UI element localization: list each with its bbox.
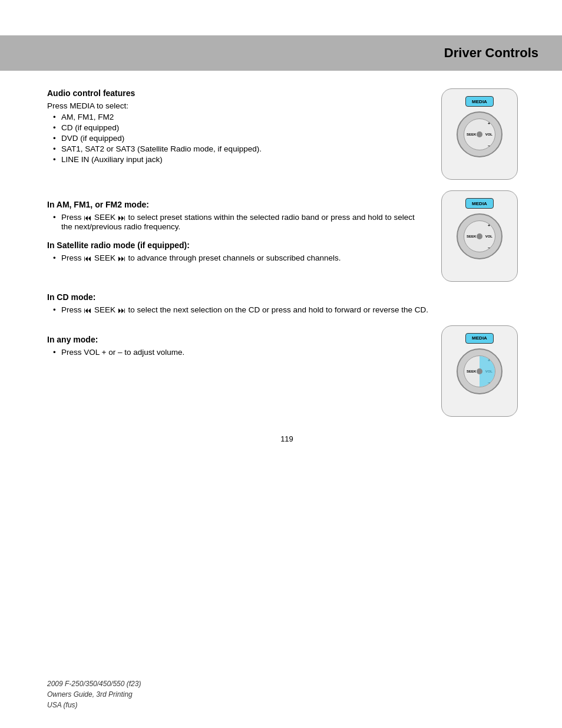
seek-prev-icon-3: ⏮ (84, 306, 92, 315)
press-text-2: Press (61, 253, 84, 262)
am-fm-bullets: Press ⏮ SEEK ⏭ to select preset stations… (53, 213, 421, 231)
seek-vol-ring-1: SEEK VOL + – (457, 111, 503, 157)
seek-prev-icon-2: ⏮ (84, 254, 92, 263)
any-mode-section: In any mode: Press VOL + or – to adjust … (47, 325, 527, 417)
any-mode-heading: In any mode: (47, 335, 421, 344)
seek-text-2: SEEK (94, 253, 118, 262)
list-item: AM, FM1, FM2 (53, 113, 421, 121)
seek-vol-ring-2: SEEK VOL + – (457, 213, 503, 259)
main-content: Audio control features Press MEDIA to se… (0, 71, 562, 473)
seek-next-icon-1: ⏭ (118, 213, 126, 222)
satellite-heading: In Satellite radio mode (if equipped): (47, 241, 421, 250)
audio-control-intro: Press MEDIA to select: (47, 101, 421, 110)
center-dot-2 (477, 233, 482, 239)
header-bar: Driver Controls (0, 35, 562, 71)
minus-label-1: – (488, 143, 490, 147)
seek-next-icon-3: ⏭ (118, 306, 126, 315)
seek-vol-inner-2: SEEK VOL + – (464, 220, 495, 252)
satellite-bullets: Press ⏮ SEEK ⏭ to advance through preset… (53, 253, 421, 263)
seek-label-2: SEEK (467, 235, 476, 238)
seek-text-3: SEEK (94, 305, 118, 314)
page-number: 119 (47, 434, 527, 443)
center-dot-1 (477, 131, 482, 137)
media-label-3: MEDIA (472, 335, 487, 341)
panel-outer-1: MEDIA SEEK VOL + – (441, 88, 518, 180)
list-item: Press ⏮ SEEK ⏭ to advance through preset… (53, 253, 421, 263)
diagram-1: MEDIA SEEK VOL + – (432, 88, 527, 180)
control-panel-2: MEDIA SEEK VOL + – (441, 190, 518, 282)
list-item: CD (if equipped) (53, 123, 421, 132)
media-button-3: MEDIA (465, 333, 494, 344)
seek-vol-inner-1: SEEK VOL + – (464, 118, 495, 150)
list-item: Press ⏮ SEEK ⏭ to select preset stations… (53, 213, 421, 231)
footer-line2: Owners Guide, 3rd Printing (47, 689, 141, 700)
list-item: Press ⏮ SEEK ⏭ to select the next select… (53, 305, 527, 315)
cd-mode-heading: In CD mode: (47, 292, 527, 302)
seek-vol-inner-3: SEEK VOL + – (464, 355, 495, 387)
seek-vol-ring-3: SEEK VOL + – (457, 348, 503, 394)
media-label-1: MEDIA (472, 99, 487, 104)
vol-label-1: VOL (485, 133, 492, 136)
seek-prev-icon-1: ⏮ (84, 213, 92, 222)
list-item: LINE IN (Auxiliary input jack) (53, 155, 421, 164)
audio-control-section: Audio control features Press MEDIA to se… (47, 88, 527, 180)
list-item: Press VOL + or – to adjust volume. (53, 348, 421, 357)
any-mode-bullets: Press VOL + or – to adjust volume. (53, 348, 421, 357)
panel-outer-3: MEDIA SEEK VOL + – (441, 325, 518, 417)
am-fm-section: In AM, FM1, or FM2 mode: Press ⏮ SEEK ⏭ … (47, 190, 527, 282)
am-fm-text: In AM, FM1, or FM2 mode: Press ⏮ SEEK ⏭ … (47, 190, 421, 266)
plus-label-2: + (488, 223, 490, 228)
am-fm-heading: In AM, FM1, or FM2 mode: (47, 200, 421, 209)
diagram-3: MEDIA SEEK VOL + – (432, 325, 527, 417)
media-button-2: MEDIA (465, 198, 494, 209)
seek-next-icon-2: ⏭ (118, 254, 126, 263)
seek-text-1: SEEK (94, 213, 118, 222)
list-item: SAT1, SAT2 or SAT3 (Satellite Radio mode… (53, 144, 421, 153)
cd-mode-bullets: Press ⏮ SEEK ⏭ to select the next select… (53, 305, 527, 315)
page-title: Driver Controls (444, 45, 538, 61)
press-text-1: Press (61, 213, 84, 222)
control-panel-1: MEDIA SEEK VOL + – (441, 88, 518, 180)
press-text-4: Press VOL + or – to adjust volume. (61, 348, 184, 357)
media-label-2: MEDIA (472, 201, 487, 206)
satellite-bullet-text: to advance through preset channels or su… (128, 253, 341, 262)
plus-label-1: + (488, 121, 490, 126)
cd-mode-section: In CD mode: Press ⏮ SEEK ⏭ to select the… (47, 292, 527, 315)
audio-control-text: Audio control features Press MEDIA to se… (47, 88, 421, 167)
footer: 2009 F-250/350/450/550 (f23) Owners Guid… (47, 678, 141, 710)
press-text-3: Press (61, 305, 84, 314)
seek-label-3: SEEK (467, 370, 476, 373)
audio-control-bullets: AM, FM1, FM2 CD (if equipped) DVD (if eq… (53, 113, 421, 164)
control-panel-3: MEDIA SEEK VOL + – (441, 325, 518, 417)
panel-outer-2: MEDIA SEEK VOL + – (441, 190, 518, 282)
footer-line1: 2009 F-250/350/450/550 (f23) (47, 678, 141, 689)
center-dot-3 (477, 368, 482, 374)
seek-label-1: SEEK (467, 133, 476, 136)
cd-bullet-text: to select the next selection on the CD o… (128, 305, 429, 314)
footer-line3: USA (fus) (47, 700, 141, 710)
diagram-2: MEDIA SEEK VOL + – (432, 190, 527, 282)
minus-label-2: – (488, 245, 490, 249)
audio-control-heading: Audio control features (47, 88, 421, 98)
any-mode-text: In any mode: Press VOL + or – to adjust … (47, 325, 421, 360)
vol-label-2: VOL (485, 235, 492, 238)
media-button-1: MEDIA (465, 96, 494, 107)
list-item: DVD (if equipped) (53, 134, 421, 143)
